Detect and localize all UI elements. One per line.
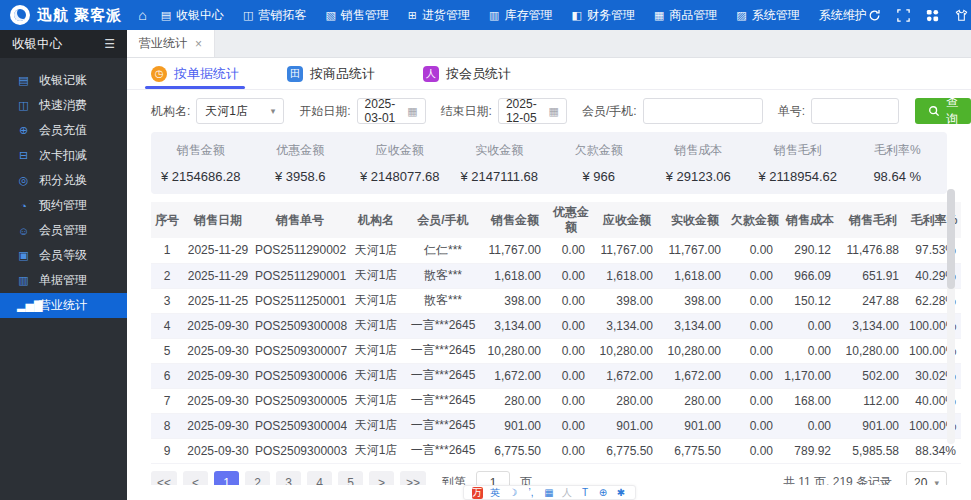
brand-name: 迅航 聚客派	[37, 6, 122, 25]
summary-value: ¥ 2147111.68	[450, 169, 550, 184]
table-row[interactable]: 42025-09-30POS2509300008天河1店一言***26453,1…	[151, 313, 961, 338]
nav-item-system-maint[interactable]: 系统维护	[819, 7, 867, 24]
ime-user-icon[interactable]: 人	[562, 487, 573, 499]
cell: 398.00	[593, 288, 661, 313]
nav-item-system-mgmt[interactable]: ▨系统管理	[736, 7, 799, 24]
nav-item-label: 进货管理	[422, 7, 470, 24]
cell: 5,985.58	[839, 438, 907, 463]
main-area: 营业统计 × ◷按单据统计田按商品统计人按会员统计 机构名: 天河1店 ▾ 开始…	[127, 30, 971, 500]
cell: 10,280.00	[593, 338, 661, 363]
nav-item-marketing[interactable]: ◫营销拓客	[243, 7, 306, 24]
purchase-mgmt-icon: ⊞	[408, 9, 417, 22]
refresh-icon[interactable]	[867, 8, 882, 23]
sidebar-title: 收银中心	[12, 36, 62, 53]
table-row[interactable]: 92025-09-30POS2509300003天河1店一言***26456,7…	[151, 438, 961, 463]
ime-english-icon[interactable]: 英	[490, 487, 501, 499]
sidebar-item-card-deduct[interactable]: ⊟次卡扣减	[0, 143, 127, 168]
cell: 901.00	[593, 413, 661, 438]
sidebar-item-cashier-ledger[interactable]: ▤收银记账	[0, 68, 127, 93]
table-scrollbar[interactable]	[947, 189, 955, 444]
cell: 4	[151, 313, 183, 338]
tab-close-icon[interactable]: ×	[195, 37, 202, 51]
cell: 2025-09-30	[183, 438, 253, 463]
cell: 502.00	[839, 363, 907, 388]
org-select-value: 天河1店	[205, 103, 248, 120]
cell: 11,767.00	[661, 238, 729, 263]
cell: 2025-11-29	[183, 238, 253, 263]
nav-item-inventory-mgmt[interactable]: ▥库存管理	[489, 7, 552, 24]
nav-item-cashier-center[interactable]: ▤收银中心	[161, 7, 224, 24]
cell: 6,775.50	[593, 438, 661, 463]
end-date-input[interactable]: 2025-12-05 ▦	[498, 98, 567, 124]
sales-mgmt-icon: ▧	[325, 9, 335, 22]
member-input[interactable]	[643, 98, 763, 124]
org-select[interactable]: 天河1店 ▾	[196, 98, 284, 124]
subtab-by-product[interactable]: 田按商品统计	[287, 58, 375, 89]
table-row[interactable]: 52025-09-30POS2509300007天河1店一言***264510,…	[151, 338, 961, 363]
ime-halfwidth-icon[interactable]: ☽	[508, 487, 519, 499]
table-row[interactable]: 32025-11-25POS2511250001天河1店散客***398.000…	[151, 288, 961, 313]
cell: 3,134.00	[481, 313, 549, 338]
cell: 0.00	[549, 388, 593, 413]
cell: POS2511290002	[253, 238, 347, 263]
sidebar-item-points-exchange[interactable]: ◎积分兑换	[0, 168, 127, 193]
sidebar-item-label: 会员等级	[39, 247, 87, 264]
subtab-by-member[interactable]: 人按会员统计	[423, 58, 511, 89]
sidebar-item-member-mgmt[interactable]: ☺会员管理	[0, 218, 127, 243]
theme-skin-icon[interactable]	[954, 8, 969, 23]
tab-business-stats[interactable]: 营业统计 ×	[127, 30, 215, 57]
home-icon[interactable]: ⌂	[138, 7, 146, 23]
order-no-input[interactable]	[811, 98, 899, 124]
sidebar-item-quick-consume[interactable]: ◫快速消费	[0, 93, 127, 118]
ime-settings-icon[interactable]: ✱	[616, 487, 627, 499]
ime-globe-icon[interactable]: ⊕	[598, 487, 609, 499]
cell: 0.00	[549, 413, 593, 438]
nav-item-sales-mgmt[interactable]: ▧销售管理	[325, 7, 388, 24]
content-panel: ◷按单据统计田按商品统计人按会员统计 机构名: 天河1店 ▾ 开始日期: 202…	[127, 58, 971, 485]
apps-grid-icon[interactable]	[925, 8, 940, 23]
column-header: 销售日期	[183, 202, 253, 238]
nav-item-finance-mgmt[interactable]: ◧财务管理	[571, 7, 634, 24]
summary-label: 应收金额	[350, 142, 450, 159]
cell: 天河1店	[347, 288, 405, 313]
cell: 天河1店	[347, 363, 405, 388]
ime-keyboard-icon[interactable]: ▦	[544, 487, 555, 499]
nav-item-purchase-mgmt[interactable]: ⊞进货管理	[408, 7, 470, 24]
sidebar-item-label: 会员管理	[39, 222, 87, 239]
table-row[interactable]: 12025-11-29POS2511290002天河1店仁仁***11,767.…	[151, 238, 961, 263]
calendar-icon[interactable]: ▦	[407, 105, 417, 118]
subtab-by-receipt[interactable]: ◷按单据统计	[151, 58, 239, 89]
sidebar-item-member-recharge[interactable]: ⊕会员充值	[0, 118, 127, 143]
top-navbar: 迅航 聚客派 ⌂ ▤收银中心◫营销拓客▧销售管理⊞进货管理▥库存管理◧财务管理▦…	[0, 0, 971, 30]
search-button[interactable]: 查询	[915, 98, 971, 124]
sidebar-collapse-icon[interactable]: ☰	[104, 37, 115, 51]
fullscreen-icon[interactable]	[896, 8, 911, 23]
ime-toolbar: 万英☽’,▦人T⊕✱	[463, 485, 636, 500]
cell: POS2509300008	[253, 313, 347, 338]
cell: 280.00	[481, 388, 549, 413]
table-header-row: 序号销售日期销售单号机构名会员/手机销售金额优惠金额应收金额实收金额欠款金额销售…	[151, 202, 961, 238]
scrollbar-thumb[interactable]	[947, 189, 955, 289]
table-row[interactable]: 22025-11-29POS2511290001天河1店散客***1,618.0…	[151, 263, 961, 288]
start-date-input[interactable]: 2025-03-01 ▦	[357, 98, 426, 124]
ime-skin-icon[interactable]: T	[580, 487, 591, 499]
cell: 1,672.00	[661, 363, 729, 388]
summary-cell-2: 应收金额¥ 2148077.68	[350, 142, 450, 184]
table-row[interactable]: 62025-09-30POS2509300006天河1店一言***26451,6…	[151, 363, 961, 388]
nav-item-goods-mgmt[interactable]: ▦商品管理	[654, 7, 717, 24]
table-row[interactable]: 82025-09-30POS2509300004天河1店一言***2645901…	[151, 413, 961, 438]
table-row[interactable]: 72025-09-30POS2509300005天河1店一言***2645280…	[151, 388, 961, 413]
cell: 散客***	[405, 263, 481, 288]
ime-wanneng-icon[interactable]: 万	[472, 487, 483, 499]
topnav-right: 入门版 01 ∨	[867, 0, 971, 33]
sidebar-item-appointment-mgmt[interactable]: ◔预约管理	[0, 193, 127, 218]
summary-label: 销售金额	[151, 142, 251, 159]
ime-punctuation-icon[interactable]: ’,	[526, 487, 537, 499]
brand: 迅航 聚客派	[10, 5, 122, 25]
cell: 901.00	[481, 413, 549, 438]
sidebar-item-member-level[interactable]: ▣会员等级	[0, 243, 127, 268]
sidebar-item-receipt-mgmt[interactable]: ▥单据管理	[0, 268, 127, 293]
cell: 天河1店	[347, 338, 405, 363]
calendar-icon[interactable]: ▦	[549, 105, 559, 118]
sidebar-item-business-stats[interactable]: ▂▅▇营业统计	[0, 293, 127, 318]
